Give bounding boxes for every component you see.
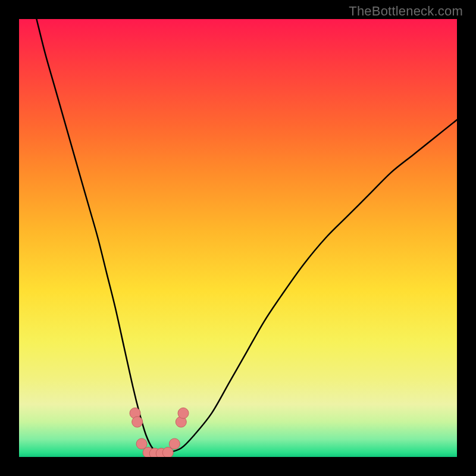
bottleneck-curve bbox=[36, 19, 457, 453]
watermark-text: TheBottleneck.com bbox=[349, 4, 463, 19]
plot-area bbox=[19, 19, 457, 457]
curve-marker bbox=[132, 416, 143, 427]
curve-marker bbox=[178, 408, 189, 418]
chart-frame: TheBottleneck.com bbox=[0, 0, 476, 476]
curve-marker bbox=[136, 439, 147, 449]
curve-marker bbox=[169, 439, 180, 449]
chart-overlay bbox=[19, 19, 457, 457]
